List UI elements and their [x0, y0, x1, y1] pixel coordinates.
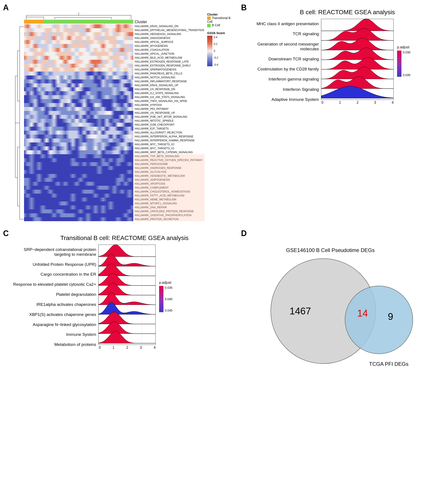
heatmap-row-label: HALLMARK_REACTIVE_OXYGEN_SPECIES_PATHWAY	[135, 158, 204, 162]
heatmap-row	[24, 60, 133, 64]
heatmap-row-label: HALLMARK_MYC_TARGETS_V1	[135, 146, 204, 150]
ridge-c-labels: SRP−dependent cotranslational protein ta…	[13, 245, 98, 350]
panel-b-label: B	[241, 3, 247, 12]
heatmap-row	[24, 123, 133, 127]
heatmap-row	[24, 174, 133, 178]
ridge-label: Platelet degranulation	[13, 292, 96, 297]
heatmap-row	[24, 48, 133, 52]
heatmap-row	[24, 24, 133, 28]
ridge-label: Unfolded Protein Response (UPR)	[13, 262, 96, 267]
heatmap-row-label: HALLMARK_BILE_ACID_METABOLISM	[135, 56, 204, 60]
panel-d: D GSE146100 B Cell Pseudotime DEGs 1467 …	[242, 230, 444, 375]
heatmap-row	[24, 127, 133, 131]
heatmap-row	[24, 150, 133, 154]
panel-a: A	[4, 4, 236, 222]
heatmap-row	[24, 194, 133, 198]
heatmap-row-label: HALLMARK_APICAL_JUNCTION	[135, 52, 204, 56]
heatmap-row-label: HALLMARK_COAGULATION	[135, 48, 204, 52]
heatmap-row-label: HALLMARK_KRAS_SIGNALING_UP	[135, 83, 204, 87]
ridge-label: Immune System	[13, 332, 96, 337]
heatmap-row	[24, 115, 133, 119]
heatmap-row-label: HALLMARK_MTORC1_SIGNALING	[135, 201, 204, 205]
heatmap-row-label: HALLMARK_ESTROGEN_RESPONSE_LATE	[135, 60, 204, 64]
ridge-label: Response to elevated platelet cytosolic …	[13, 282, 96, 287]
heatmap-row	[24, 28, 133, 32]
heatmap-row-label: HALLMARK_TNFA_SIGNALING_VIA_NFKB	[135, 99, 204, 103]
heatmap-row	[24, 182, 133, 186]
ridge-label: Interferon Signaling	[251, 87, 319, 92]
heatmap-row-label: HALLMARK_MYC_TARGETS_V2	[135, 142, 204, 146]
heatmap-row-label: HALLMARK_ESTROGEN_RESPONSE_EARLY	[135, 64, 204, 68]
ridge-label: Asparagine N−linked glycosylation	[13, 322, 96, 327]
ridge-label: Metabolism of proteins	[13, 342, 96, 347]
heatmap-row	[24, 205, 133, 209]
heatmap-row	[24, 40, 133, 44]
heatmap-row	[24, 103, 133, 107]
gsva-colorbar: 0.40.20-0.2-0.4	[207, 36, 212, 66]
heatmap-row-label: HALLMARK_UV_RESPONSE_UP	[135, 111, 204, 115]
heatmap-row-label: HALLMARK_E2F_TARGETS	[135, 127, 204, 131]
heatmap-row	[24, 111, 133, 115]
heatmap-row-label: HALLMARK_ADIPOGENESIS	[135, 178, 204, 182]
ridge-label: Downstream TCR signaling	[251, 57, 319, 62]
heatmap-row-label: HALLMARK_CHOLESTEROL_HOMEOSTASIS	[135, 190, 204, 194]
panel-d-label: D	[241, 229, 247, 238]
heatmap-row	[24, 64, 133, 68]
panel-c-label: C	[3, 229, 9, 238]
padj-legend-c: p.adjust 0.0350.0400.045	[159, 281, 171, 313]
heatmap-row	[24, 178, 133, 182]
heatmap-row-label: HALLMARK_OXIDATIVE_PHOSPHORYLATION	[135, 213, 204, 217]
heatmap-row-label: HALLMARK_COMPLEMENT	[135, 186, 204, 190]
heatmap-row	[24, 119, 133, 123]
heatmap-row-label: HALLMARK_HYPOXIA	[135, 103, 204, 107]
ridge-label: SRP−dependent cotranslational protein ta…	[13, 247, 96, 257]
heatmap-row	[24, 36, 133, 40]
venn-right-title: TCGA PFI DEGs	[369, 361, 408, 367]
heatmap-row-label: HALLMARK_IL6_JAK_STAT3_SIGNALING	[135, 95, 204, 99]
heatmap-row-label: HALLMARK_UNFOLDED_PROTEIN_RESPONSE	[135, 209, 204, 213]
heatmap-row	[24, 146, 133, 150]
heatmap-row-label: HALLMARK_WNT_BETA_CATENIN_SIGNALING	[135, 150, 204, 154]
heatmap-row	[24, 186, 133, 190]
heatmap-row-label: HALLMARK_MYOGENESIS	[135, 44, 204, 48]
heatmap-row-label: HALLMARK_GLYCOLYSIS	[135, 170, 204, 174]
ridge-b-labels: MHC class II antigen presentationTCR sig…	[251, 19, 321, 105]
heatmap-row-label: HALLMARK_APICAL_SURFACE	[135, 40, 204, 44]
heatmap-row	[24, 142, 133, 146]
heatmap-row-label: HALLMARK_HEDGEHOG_SIGNALING	[135, 32, 204, 36]
venn-intersection: 14	[357, 308, 368, 319]
svg-point-1	[345, 286, 413, 354]
ridge-label: XBP1(S) activates chaperone genes	[13, 312, 96, 317]
ridge-label: Interferon gamma signaling	[251, 77, 319, 82]
panel-a-label: A	[3, 3, 9, 12]
heatmap-row	[24, 217, 133, 221]
heatmap-row-label: HALLMARK_SPERMATOGENESIS	[135, 68, 204, 72]
heatmap-row	[24, 32, 133, 36]
heatmap-row-label: HALLMARK_EPITHELIAL_MESENCHYMAL_TRANSITI…	[135, 28, 204, 32]
heatmap-row	[24, 209, 133, 213]
heatmap-row-labels: HALLMARK_KRAS_SIGNALING_DNHALLMARK_EPITH…	[135, 24, 204, 221]
heatmap-row	[24, 68, 133, 72]
panel-b: B B cell: REACTOME GSEA analysis MHC cla…	[242, 4, 444, 222]
heatmap-body	[24, 24, 133, 221]
padj-title-c: p.adjust	[159, 281, 171, 285]
heatmap-row	[24, 158, 133, 162]
padj-title-b: p.adjust	[397, 45, 409, 49]
heatmap-row	[24, 99, 133, 103]
heatmap-row-label: HALLMARK_P53_PATHWAY	[135, 107, 204, 111]
heatmap-row	[24, 135, 133, 138]
heatmap-row	[24, 75, 133, 79]
venn-right-count: 9	[388, 311, 393, 322]
ridge-label: Costimulation by the CD28 family	[251, 67, 319, 72]
ridge-label: TCR signaling	[251, 32, 319, 36]
heatmap-row-label: HALLMARK_ANDROGEN_RESPONSE	[135, 166, 204, 170]
ridge-label: MHC class II antigen presentation	[251, 21, 319, 26]
heatmap-row-label: HALLMARK_FATTY_ACID_METABOLISM	[135, 194, 204, 198]
panel-a-legend: Cluster Transitional B CellB Cell GSVA S…	[207, 11, 236, 67]
heatmap-row	[24, 95, 133, 99]
heatmap-row	[24, 79, 133, 83]
heatmap-row	[24, 170, 133, 174]
venn-diagram: GSE146100 B Cell Pseudotime DEGs 1467 14…	[256, 239, 444, 375]
heatmap-row-label: HALLMARK_DNA_REPAIR	[135, 205, 204, 209]
heatmap-row	[24, 201, 133, 205]
